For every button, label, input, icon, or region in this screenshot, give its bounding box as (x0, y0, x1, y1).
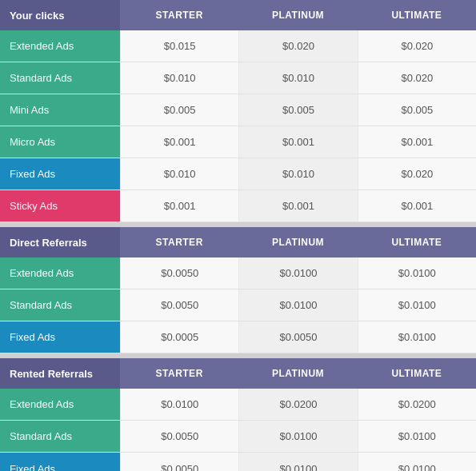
row-value: $0.020 (358, 62, 476, 94)
row-value: $0.010 (238, 158, 357, 190)
row-value: $0.001 (120, 126, 238, 158)
row-value: $0.005 (238, 94, 357, 126)
table-row: Extended Ads$0.0100$0.0200$0.0200 (0, 389, 476, 421)
section-header-direct-referrals: Direct ReferralsSTARTERPLATINUMULTIMATE (0, 227, 476, 257)
row-value: $0.0100 (238, 453, 357, 471)
row-value: $0.001 (358, 126, 476, 158)
pricing-table: Your clicksSTARTERPLATINUMULTIMATEExtend… (0, 0, 476, 471)
table-row: Mini Ads$0.005$0.005$0.005 (0, 94, 476, 126)
table-row: Fixed Ads$0.010$0.010$0.020 (0, 158, 476, 190)
col-header-1: PLATINUM (238, 358, 357, 389)
row-value: $0.0100 (358, 421, 476, 452)
row-value: $0.0050 (120, 421, 238, 452)
row-label: Fixed Ads (0, 453, 120, 471)
row-label: Micro Ads (0, 126, 120, 158)
row-value: $0.0100 (358, 453, 476, 471)
table-row: Standard Ads$0.010$0.010$0.020 (0, 62, 476, 94)
col-header-0: STARTER (120, 0, 238, 30)
row-value: $0.0050 (120, 289, 238, 321)
table-row: Micro Ads$0.001$0.001$0.001 (0, 126, 476, 158)
row-value: $0.001 (238, 126, 357, 158)
row-value: $0.0100 (358, 257, 476, 289)
row-label: Extended Ads (0, 30, 120, 62)
table-row: Extended Ads$0.015$0.020$0.020 (0, 30, 476, 62)
row-label: Extended Ads (0, 389, 120, 420)
row-label: Mini Ads (0, 94, 120, 126)
row-label: Sticky Ads (0, 190, 120, 222)
section-title-your-clicks: Your clicks (0, 0, 120, 30)
row-value: $0.005 (358, 94, 476, 126)
row-value: $0.010 (120, 158, 238, 190)
row-value: $0.0100 (358, 321, 476, 353)
row-value: $0.020 (358, 30, 476, 62)
row-label: Extended Ads (0, 257, 120, 289)
col-header-2: ULTIMATE (358, 227, 476, 257)
row-value: $0.0200 (238, 389, 357, 420)
row-label: Standard Ads (0, 289, 120, 321)
row-value: $0.0100 (238, 421, 357, 452)
row-label: Standard Ads (0, 421, 120, 452)
row-value: $0.0050 (238, 321, 357, 353)
row-label: Fixed Ads (0, 158, 120, 190)
col-header-0: STARTER (120, 358, 238, 389)
table-row: Fixed Ads$0.0050$0.0100$0.0100 (0, 453, 476, 471)
row-value: $0.0100 (120, 389, 238, 420)
row-value: $0.0200 (358, 389, 476, 420)
col-header-0: STARTER (120, 227, 238, 257)
section-header-your-clicks: Your clicksSTARTERPLATINUMULTIMATE (0, 0, 476, 30)
row-value: $0.001 (120, 190, 238, 222)
row-value: $0.0100 (358, 289, 476, 321)
row-value: $0.015 (120, 30, 238, 62)
row-value: $0.0100 (238, 289, 357, 321)
row-value: $0.001 (358, 190, 476, 222)
section-header-rented-referrals: Rented ReferralsSTARTERPLATINUMULTIMATE (0, 358, 476, 389)
col-header-2: ULTIMATE (358, 358, 476, 389)
table-row: Standard Ads$0.0050$0.0100$0.0100 (0, 289, 476, 321)
row-value: $0.0005 (120, 321, 238, 353)
row-value: $0.001 (238, 190, 357, 222)
row-label: Standard Ads (0, 62, 120, 94)
section-title-rented-referrals: Rented Referrals (0, 358, 120, 389)
table-row: Sticky Ads$0.001$0.001$0.001 (0, 190, 476, 222)
table-row: Standard Ads$0.0050$0.0100$0.0100 (0, 421, 476, 453)
row-value: $0.010 (238, 62, 357, 94)
row-value: $0.010 (120, 62, 238, 94)
col-header-2: ULTIMATE (358, 0, 476, 30)
col-header-1: PLATINUM (238, 0, 357, 30)
row-value: $0.0050 (120, 453, 238, 471)
row-value: $0.0050 (120, 257, 238, 289)
section-title-direct-referrals: Direct Referrals (0, 227, 120, 257)
row-value: $0.005 (120, 94, 238, 126)
table-row: Fixed Ads$0.0005$0.0050$0.0100 (0, 321, 476, 353)
row-value: $0.020 (358, 158, 476, 190)
row-value: $0.020 (238, 30, 357, 62)
col-header-1: PLATINUM (238, 227, 357, 257)
row-label: Fixed Ads (0, 321, 120, 353)
table-row: Extended Ads$0.0050$0.0100$0.0100 (0, 257, 476, 289)
row-value: $0.0100 (238, 257, 357, 289)
